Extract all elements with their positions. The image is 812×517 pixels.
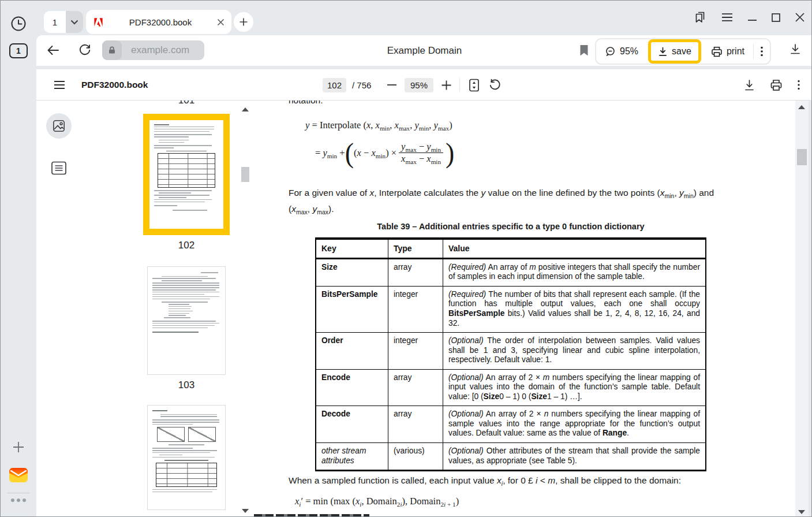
clipped-text-top: notation: — [289, 101, 323, 106]
reload-button[interactable] — [78, 44, 91, 57]
scroll-down-arrow[interactable] — [798, 510, 805, 514]
tab-group-button[interactable]: 1 — [44, 11, 66, 33]
thumb-table — [156, 463, 217, 487]
paragraph-sampled-function: When a sampled function is called, each … — [289, 473, 762, 489]
pdf-sidebar-toggle[interactable] — [54, 80, 65, 90]
scroll-up-arrow[interactable] — [798, 105, 805, 109]
page-total: / 756 — [352, 80, 371, 90]
rotate-button[interactable] — [488, 79, 501, 91]
downloads-button[interactable] — [789, 43, 801, 55]
thumb-table — [158, 153, 215, 188]
paragraph-interpolate: For a given value of x, Interpolate calc… — [289, 185, 738, 217]
rail-divider — [8, 493, 29, 493]
bookmark-icon[interactable] — [579, 44, 589, 57]
tab-strip: 1 PDF32000.book — [36, 1, 812, 35]
zoom-indicator[interactable]: 95% — [596, 39, 647, 64]
formula-clip-domain: xi′ = min (max (xi, Domain2i), Domain2i … — [295, 496, 459, 507]
tab-panel-counter[interactable]: 1 — [9, 43, 28, 58]
pdf-download-button[interactable] — [744, 79, 755, 91]
table-row-other-stream: other stream attributes (various) (Optio… — [316, 443, 706, 471]
browser-toolbar: Example Domain example.com — [36, 35, 812, 66]
zoom-in-button[interactable] — [441, 80, 451, 90]
rail-more-button[interactable] — [1, 499, 36, 502]
left-paren: ( — [345, 140, 354, 165]
formula-interpolate-expanded: = ymin + ( (x − xmin) × ymax − ymin xmax… — [315, 141, 454, 165]
table-row-size: Size array (Required) An array of m posi… — [316, 258, 706, 286]
list-outline-icon — [50, 159, 72, 177]
outline-view-button[interactable] — [50, 159, 72, 177]
download-icon — [658, 47, 668, 57]
left-rail: 1 — [1, 1, 36, 517]
table-39: Key Type Value Size array (Required) An … — [315, 237, 706, 471]
kebab-menu-icon — [761, 46, 763, 57]
zoom-out-badge-icon — [605, 46, 616, 57]
thumbnail-page-102-selected[interactable] — [143, 114, 230, 235]
tab-title: PDF32000.book — [104, 17, 217, 27]
new-tab-button[interactable] — [234, 12, 253, 32]
collections-button[interactable] — [694, 10, 706, 24]
zoom-out-button[interactable] — [387, 84, 396, 86]
scrollbar-thumb[interactable] — [797, 149, 807, 165]
table-row-decode: Decode array (Optional) An array of 2 × … — [316, 406, 706, 443]
save-button-highlighted[interactable]: save — [648, 39, 701, 64]
fit-to-page-button[interactable] — [468, 79, 480, 92]
right-paren: ) — [446, 140, 454, 165]
thumb-label-103: 103 — [106, 380, 253, 391]
page-scrollbar[interactable] — [795, 101, 809, 517]
zoom-level-input[interactable]: 95% — [405, 78, 433, 92]
table-row-encode: Encode array (Optional) An array of 2 × … — [316, 369, 706, 406]
menu-button[interactable] — [721, 13, 733, 22]
pdf-more-button[interactable] — [798, 80, 800, 90]
page-number-input[interactable]: 102 — [323, 78, 346, 92]
clipped-content-bottom — [254, 514, 369, 517]
plus-icon — [11, 440, 26, 455]
minimize-button[interactable] — [748, 13, 757, 21]
thumbnail-page-103[interactable] — [147, 266, 226, 375]
thumb-figure — [148, 427, 225, 442]
pdf-action-group: 95% save print — [595, 38, 771, 65]
thumbnails-view-button[interactable] — [46, 113, 72, 139]
address-bar[interactable]: example.com — [102, 40, 204, 60]
formula-interpolate: y = Interpolate (x, xmin, xmax, ymin, ym… — [305, 120, 452, 131]
pdf-page-view[interactable]: notation: y = Interpolate (x, xmin, xmax… — [253, 101, 796, 517]
thumb-label-102: 102 — [106, 240, 253, 251]
url-text: example.com — [122, 44, 204, 56]
yandex-mail-button[interactable] — [1, 466, 36, 483]
print-button[interactable]: print — [702, 39, 753, 64]
close-button[interactable] — [795, 13, 804, 22]
back-button[interactable] — [47, 44, 59, 56]
pdf-doc-title: PDF32000.book — [81, 69, 148, 101]
tab-group-dropdown[interactable] — [66, 11, 83, 33]
tab-close-icon[interactable] — [217, 18, 224, 26]
table-row-bitspersample: BitsPerSample integer (Required) The num… — [316, 286, 706, 332]
plus-icon — [239, 17, 248, 27]
pdf-thumbnail-panel: 101 102 — [36, 101, 253, 517]
table-39-caption: Table 39 – Additional entries specific t… — [315, 222, 706, 231]
more-actions-button[interactable] — [754, 39, 770, 64]
chevron-down-icon — [70, 20, 78, 25]
browser-window: 1 1 — [0, 0, 812, 517]
adobe-acrobat-icon — [93, 17, 104, 28]
maximize-button[interactable] — [772, 13, 780, 22]
fraction: ymax − ymin xmax − xmin — [399, 141, 443, 165]
thumb-label-101: 101 — [106, 101, 253, 106]
clock-history-icon — [9, 14, 28, 33]
thumbnail-page-104[interactable] — [147, 405, 226, 510]
rail-add-button[interactable] — [1, 440, 36, 455]
scrollbar-thumb[interactable] — [241, 167, 249, 182]
table-row-order: Order integer (Optional) The order of in… — [316, 333, 706, 370]
thumbnail-scrollbar[interactable] — [240, 101, 250, 517]
mail-icon — [9, 466, 28, 483]
printer-icon — [711, 46, 723, 57]
lock-icon[interactable] — [102, 40, 122, 60]
image-icon — [52, 119, 66, 133]
pdf-toolbar: PDF32000.book 102 / 756 95% — [36, 69, 812, 101]
pdf-print-button[interactable] — [770, 79, 783, 91]
history-button[interactable] — [1, 14, 36, 33]
scroll-up-arrow[interactable] — [242, 107, 249, 111]
table-header-row: Key Type Value — [316, 239, 706, 258]
scroll-down-arrow[interactable] — [242, 509, 249, 513]
tab-pdf32000[interactable]: PDF32000.book — [86, 10, 231, 34]
